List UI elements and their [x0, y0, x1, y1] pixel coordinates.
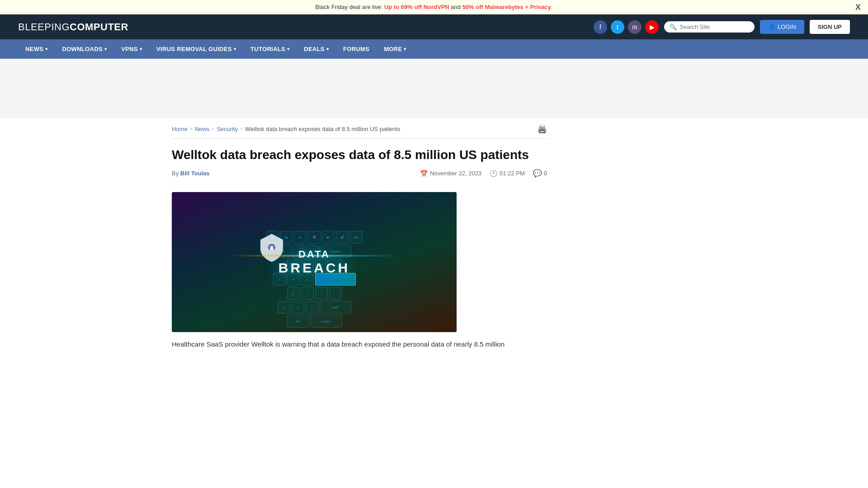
nav-downloads-arrow: ▾: [104, 47, 107, 52]
key-row-1: ⏮ ⏭ ⏸ 🔇 🔉 🔊 del: [181, 231, 448, 244]
clock-icon: 🕐: [490, 170, 497, 177]
article-body: Healthcare SaaS provider Welltok is warn…: [172, 338, 547, 350]
breadcrumb: Home › News › Security › Welltok data br…: [172, 117, 547, 139]
key-row-5: k l ; ': [181, 287, 448, 300]
breadcrumb-separator-3: ›: [241, 126, 242, 132]
comment-bubble-icon: 💬: [533, 169, 542, 178]
keyboard-rows: ⏮ ⏭ ⏸ 🔇 🔉 🔊 del 0 - = delete: [172, 231, 457, 328]
article-comments[interactable]: 💬 0: [533, 169, 547, 178]
nordvpn-link[interactable]: Up to 69% off NordVPN: [384, 4, 449, 10]
article-body-paragraph: Healthcare SaaS provider Welltok is warn…: [172, 338, 547, 350]
key: 🔊: [336, 231, 349, 244]
article-author-byline: By Bill Toulas: [172, 170, 210, 177]
key: l: [301, 287, 314, 300]
key: <: [278, 301, 290, 314]
social-icons: f t m ▶: [594, 20, 659, 34]
key: ;: [315, 287, 328, 300]
login-button[interactable]: 👤 LOGIN: [760, 20, 804, 34]
nav-virus-removal[interactable]: VIRUS REMOVAL GUIDES ▾: [149, 39, 243, 59]
key: del: [350, 231, 363, 244]
nav-news[interactable]: NEWS ▾: [18, 39, 55, 59]
print-icon[interactable]: 🖨️: [537, 124, 547, 134]
advertisement-banner: [0, 59, 868, 117]
nav-vpns-arrow: ▾: [140, 47, 142, 52]
key: ?: [306, 301, 318, 314]
breadcrumb-home[interactable]: Home: [172, 126, 188, 132]
nav-tutorials-arrow: ▾: [287, 47, 289, 52]
article-time: 🕐 01:22 PM: [490, 170, 525, 177]
nav-deals[interactable]: DEALS ▾: [297, 39, 336, 59]
key: alt: [287, 315, 309, 328]
key: ⏸: [294, 231, 307, 244]
nav-vpns[interactable]: VPNS ▾: [114, 39, 149, 59]
search-icon: 🔍: [670, 23, 677, 30]
nav-deals-arrow: ▾: [326, 47, 329, 52]
close-announcement-button[interactable]: X: [855, 2, 861, 12]
key-row-7: alt control: [181, 315, 448, 328]
content-column: Home › News › Security › Welltok data br…: [172, 117, 547, 350]
search-input[interactable]: [679, 23, 749, 30]
key: control: [311, 315, 342, 328]
announcement-bar: Black Friday deal are live: Up to 69% of…: [0, 0, 868, 14]
nav-more[interactable]: MORE ▾: [377, 39, 414, 59]
breadcrumb-separator-1: ›: [190, 126, 192, 132]
breadcrumb-separator-2: ›: [212, 126, 214, 132]
article-title: Welltok data breach exposes data of 8.5 …: [172, 147, 547, 163]
article-meta: By Bill Toulas 📅 November 22, 2023 🕐 01:…: [172, 169, 547, 184]
breadcrumb-news[interactable]: News: [195, 126, 210, 132]
article-author-link[interactable]: Bill Toulas: [180, 170, 210, 177]
nav-virus-arrow: ▾: [234, 47, 236, 52]
key: ': [329, 287, 342, 300]
announcement-text: Black Friday deal are live: Up to 69% of…: [316, 4, 553, 10]
key: 🔇: [308, 231, 321, 244]
youtube-icon[interactable]: ▶: [645, 20, 659, 34]
logo-part2: COMPUTER: [70, 21, 128, 33]
header: BLEEPINGCOMPUTER f t m ▶ 🔍 👤 LOGIN SIGN …: [0, 14, 868, 39]
nav-more-arrow: ▾: [404, 47, 406, 52]
site-logo[interactable]: BLEEPINGCOMPUTER: [18, 21, 128, 33]
breadcrumb-current: Welltok data breach exposes data of 8.5 …: [245, 126, 400, 132]
article-date: 📅 November 22, 2023: [420, 170, 481, 177]
nav-news-arrow: ▾: [45, 47, 47, 52]
nav-downloads[interactable]: DOWNLOADS ▾: [55, 39, 114, 59]
key: 🔉: [322, 231, 335, 244]
signup-button[interactable]: SIGN UP: [810, 20, 850, 34]
key: >: [292, 301, 304, 314]
nav-tutorials[interactable]: TUTORIALS ▾: [243, 39, 297, 59]
article-image: ⏮ ⏭ ⏸ 🔇 🔉 🔊 del 0 - = delete: [172, 192, 457, 332]
data-breach-overlay: DATA BREACH: [278, 249, 350, 276]
breadcrumb-security[interactable]: Security: [217, 126, 238, 132]
twitter-icon[interactable]: t: [611, 20, 624, 34]
logo-part1: BLEEPING: [18, 21, 70, 33]
mastodon-icon[interactable]: m: [628, 20, 642, 34]
header-right: f t m ▶ 🔍 👤 LOGIN SIGN UP: [594, 20, 850, 34]
nav-forums[interactable]: FORUMS: [336, 39, 377, 59]
key: shift: [320, 301, 351, 314]
key-row-6: < > ? shift: [181, 301, 448, 314]
sidebar-column: [561, 117, 696, 350]
nav: NEWS ▾ DOWNLOADS ▾ VPNS ▾ VIRUS REMOVAL …: [0, 39, 868, 59]
user-icon: 👤: [768, 23, 775, 30]
search-bar: 🔍: [664, 21, 755, 33]
facebook-icon[interactable]: f: [594, 20, 607, 34]
svg-rect-2: [270, 248, 274, 251]
calendar-icon: 📅: [420, 170, 428, 177]
malwarebytes-link[interactable]: 50% off Malwarebytes + Privacy: [462, 4, 551, 10]
key: k: [287, 287, 300, 300]
